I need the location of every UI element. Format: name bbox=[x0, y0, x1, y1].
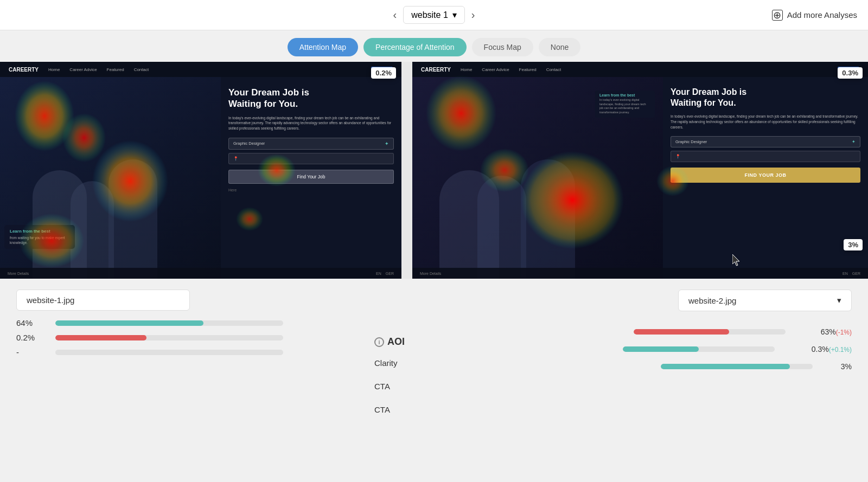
website-label: website 1 bbox=[411, 10, 448, 20]
left-metric-clarity: 64% bbox=[16, 318, 353, 327]
aoi-info-icon[interactable]: i bbox=[374, 337, 384, 347]
left-filename: website-1.jpg bbox=[27, 295, 74, 305]
left-headline: Your Dream Job isWaiting for You. bbox=[228, 87, 394, 110]
heatmap-panels: CAREERTY Home Career Advice Featured Con… bbox=[0, 62, 868, 279]
center-cta2-label: CTA bbox=[374, 405, 407, 414]
right-filename: website-2.jpg bbox=[688, 296, 736, 305]
add-icon: ⊕ bbox=[772, 10, 783, 21]
stats-center: i AOI Clarity CTA CTA bbox=[374, 290, 494, 414]
left-metric-cta2: - bbox=[16, 348, 353, 357]
right-logo: CAREERTY bbox=[421, 67, 451, 73]
left-cta-badge: 0.2% bbox=[371, 67, 396, 79]
prev-arrow-button[interactable]: ‹ bbox=[387, 4, 404, 25]
right-3pct-badge: 3% bbox=[844, 239, 863, 250]
left-metric-cta1: 0.2% bbox=[16, 333, 353, 342]
heatmap-panel-left: CAREERTY Home Career Advice Featured Con… bbox=[0, 62, 401, 279]
right-headline: Your Dream Job isWaiting for You. bbox=[671, 87, 860, 108]
right-cta-percentage-badge: 0.3% bbox=[838, 67, 863, 79]
tab-attention-map[interactable]: Attention Map bbox=[288, 38, 358, 56]
tab-focus-map[interactable]: Focus Map bbox=[472, 38, 533, 56]
left-cta1-bar-fill bbox=[55, 335, 146, 340]
tabs-row: Attention Map Percentage of Attention Fo… bbox=[0, 30, 868, 62]
left-job-input[interactable]: Graphic Designer ✦ bbox=[228, 138, 394, 150]
add-more-label: Add more Analyses bbox=[787, 10, 857, 20]
left-file-selector[interactable]: website-1.jpg bbox=[16, 290, 190, 311]
website-selector[interactable]: website 1 ▾ bbox=[403, 6, 465, 24]
stats-section: website-1.jpg 64% 0.2% - i AOI bbox=[0, 279, 868, 425]
next-arrow-button[interactable]: › bbox=[465, 4, 482, 25]
stats-left: website-1.jpg 64% 0.2% - bbox=[16, 290, 353, 362]
right-cta1-bar bbox=[623, 346, 775, 352]
add-more-analyses-button[interactable]: ⊕ Add more Analyses bbox=[772, 10, 857, 21]
right-clarity-bar-fill bbox=[634, 329, 729, 335]
heatmap-panel-right: CAREERTY Home Career Advice Featured Con… bbox=[412, 62, 868, 279]
left-logo: CAREERTY bbox=[9, 67, 39, 73]
right-job-input[interactable]: Graphic Designer ✦ bbox=[671, 136, 860, 147]
learn-card-title-left: Learn from the best bbox=[10, 229, 69, 234]
left-cta1-value: 0.2% bbox=[16, 333, 49, 342]
top-bar: ‹ website 1 ▾ › ⊕ Add more Analyses bbox=[0, 0, 868, 30]
left-find-job-btn[interactable]: Find Your Job bbox=[228, 170, 394, 184]
right-cta1-value: 0.3%(+0.1%) bbox=[781, 345, 852, 354]
aoi-label-text: AOI bbox=[387, 336, 405, 348]
panel-divider bbox=[401, 62, 412, 279]
right-clarity-value: 63%(-1%) bbox=[792, 327, 852, 336]
left-clarity-bar-fill bbox=[55, 320, 203, 326]
right-cta1-bar-fill bbox=[623, 346, 699, 352]
right-clarity-bar bbox=[634, 329, 786, 335]
right-file-selector[interactable]: website-2.jpg ▾ bbox=[678, 290, 852, 311]
chevron-down-icon: ▾ bbox=[452, 10, 457, 20]
left-cta1-bar bbox=[55, 335, 283, 340]
right-metric-cta1: 0.3%(+0.1%) bbox=[515, 345, 852, 354]
stats-right: website-2.jpg ▾ 63%(-1%) 0.3%(+0.1%) 3% bbox=[515, 290, 852, 371]
right-cta2-value: 3% bbox=[819, 362, 852, 371]
right-cta2-bar bbox=[661, 364, 813, 369]
right-cta2-bar-fill bbox=[661, 364, 790, 369]
left-clarity-value: 64% bbox=[16, 318, 49, 327]
left-clarity-bar bbox=[55, 320, 283, 326]
center-clarity-label: Clarity bbox=[374, 358, 407, 368]
right-find-job-btn[interactable]: FIND YOUR JOB bbox=[671, 168, 860, 183]
left-cta2-value: - bbox=[16, 348, 49, 357]
right-metric-cta2: 3% bbox=[515, 362, 852, 371]
right-file-chevron: ▾ bbox=[837, 295, 841, 305]
tab-percentage-attention[interactable]: Percentage of Attention bbox=[363, 38, 467, 56]
left-cta2-bar bbox=[55, 350, 283, 355]
aoi-header: i AOI bbox=[374, 336, 494, 348]
center-cta1-label: CTA bbox=[374, 382, 407, 391]
tab-none[interactable]: None bbox=[539, 38, 580, 56]
right-metric-clarity: 63%(-1%) bbox=[515, 327, 852, 336]
